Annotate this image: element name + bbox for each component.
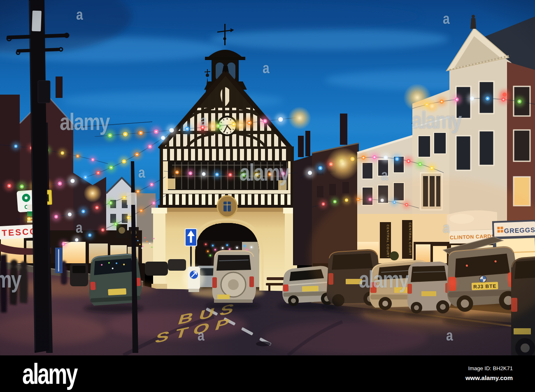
vignette <box>0 0 535 355</box>
image-id: Image ID: BH2K71 <box>465 364 513 373</box>
alamy-logo: alamy <box>22 357 77 390</box>
stock-photo-page: Oxfam TESCO <box>0 0 535 392</box>
alamy-website: www.alamy.com <box>465 373 513 383</box>
street-photo: Oxfam TESCO <box>0 0 535 355</box>
alamy-footer-bar: alamy Image ID: BH2K71 www.alamy.com <box>0 355 535 392</box>
